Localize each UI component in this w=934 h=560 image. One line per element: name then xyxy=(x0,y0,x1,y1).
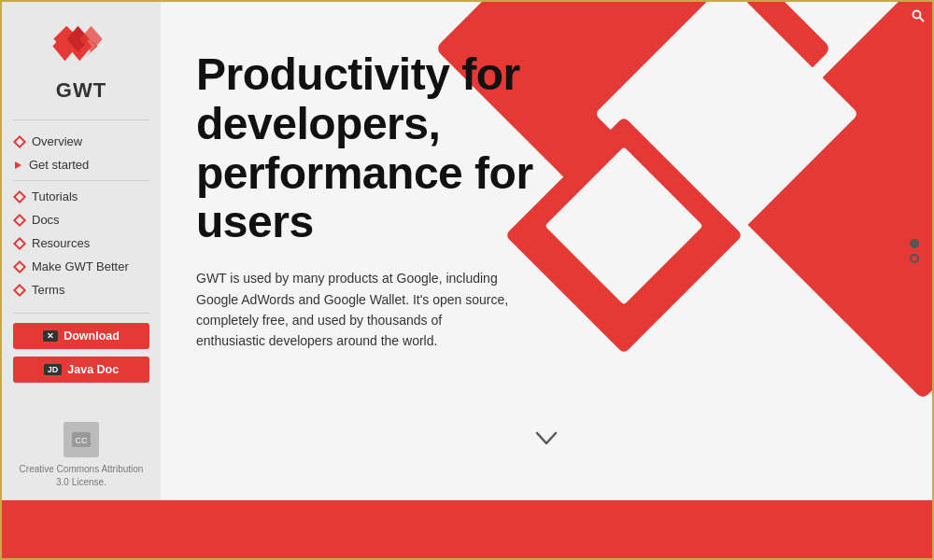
hero-title: Productivity for developers, performance… xyxy=(196,50,609,247)
creative-commons-icon: CC xyxy=(64,422,99,457)
nav-label-terms: Terms xyxy=(32,283,64,297)
svg-point-0 xyxy=(913,11,921,19)
javadoc-button[interactable]: JD Java Doc xyxy=(13,357,149,383)
svg-text:CC: CC xyxy=(76,436,88,445)
search-button[interactable] xyxy=(904,2,932,30)
page-wrapper: GWT Overview Get started Tutori xyxy=(2,2,932,558)
hero-description: GWT is used by many products at Google, … xyxy=(196,268,514,352)
cc-logo: CC xyxy=(70,428,92,451)
scroll-down-button[interactable] xyxy=(535,427,558,452)
sidebar-logo: GWT xyxy=(2,2,161,116)
nav-label-overview: Overview xyxy=(32,134,82,148)
sidebar: GWT Overview Get started Tutori xyxy=(2,2,161,500)
svg-rect-12 xyxy=(595,2,859,245)
nav-label-make-gwt: Make GWT Better xyxy=(32,259,129,273)
diamond-icon-tutorials xyxy=(13,189,26,203)
javadoc-badge: JD xyxy=(44,364,63,375)
download-label: Download xyxy=(64,329,120,343)
javadoc-label: Java Doc xyxy=(67,363,119,376)
arrow-icon xyxy=(15,161,21,169)
nav-label-resources: Resources xyxy=(32,236,90,250)
chevron-down-icon xyxy=(535,431,558,446)
hero-section: Productivity for developers, performance… xyxy=(161,2,932,500)
pagination-dot-2[interactable] xyxy=(910,254,919,263)
download-badge: ✕ xyxy=(43,330,58,342)
pagination-dots xyxy=(910,239,919,263)
main-content: GWT Overview Get started Tutori xyxy=(2,2,932,500)
sidebar-item-get-started[interactable]: Get started xyxy=(2,153,161,176)
nav-label-docs: Docs xyxy=(32,213,60,227)
diamond-icon-terms xyxy=(13,283,26,296)
svg-rect-11 xyxy=(712,2,932,399)
sidebar-divider-mid xyxy=(13,180,149,181)
bottom-strip xyxy=(2,500,932,558)
sidebar-footer: CC Creative Commons Attribution 3.0 Lice… xyxy=(2,411,161,500)
pagination-dot-1[interactable] xyxy=(910,239,919,248)
search-icon xyxy=(912,9,925,22)
sidebar-item-terms[interactable]: Terms xyxy=(2,278,161,301)
sidebar-item-resources[interactable]: Resources xyxy=(2,231,161,255)
sidebar-nav: Overview Get started Tutorials Docs xyxy=(2,124,161,307)
diamond-icon-make-gwt xyxy=(13,259,26,273)
sidebar-item-docs[interactable]: Docs xyxy=(2,208,161,231)
license-text: Creative Commons Attribution 3.0 License… xyxy=(13,463,149,489)
sidebar-item-make-gwt-better[interactable]: Make GWT Better xyxy=(2,255,161,278)
diamond-icon-docs xyxy=(13,213,26,226)
svg-line-1 xyxy=(920,18,925,22)
download-button[interactable]: ✕ Download xyxy=(13,323,149,349)
nav-label-get-started: Get started xyxy=(29,158,89,172)
gwt-logo xyxy=(49,19,114,75)
sidebar-divider-top xyxy=(13,119,149,120)
logo-text: GWT xyxy=(56,78,106,103)
sidebar-item-overview[interactable]: Overview xyxy=(2,130,161,153)
hero-content: Productivity for developers, performance… xyxy=(161,2,609,352)
sidebar-divider-bottom xyxy=(13,313,149,314)
sidebar-item-tutorials[interactable]: Tutorials xyxy=(2,185,161,208)
diamond-icon xyxy=(13,134,26,147)
diamond-icon-resources xyxy=(13,236,26,249)
nav-label-tutorials: Tutorials xyxy=(32,189,78,203)
